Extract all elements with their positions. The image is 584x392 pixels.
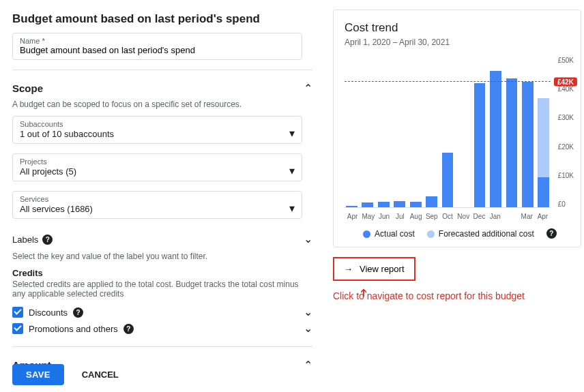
name-input[interactable] <box>20 45 295 55</box>
legend-dot-actual <box>363 230 370 238</box>
cost-trend-card: Cost trend April 1, 2020 – April 30, 202… <box>333 10 581 247</box>
labels-expander[interactable]: Labels ? ⌄ <box>12 228 312 250</box>
credit-row-discounts[interactable]: Discounts ? ⌄ <box>12 304 312 320</box>
cost-trend-title: Cost trend <box>345 21 575 35</box>
subaccounts-value: 1 out of 10 subaccounts <box>20 129 114 139</box>
scope-header[interactable]: Scope ⌃ <box>12 78 312 98</box>
chevron-down-icon: ⌄ <box>304 323 312 334</box>
threshold-badge: £42K <box>554 77 577 86</box>
chart-legend: Actual cost Forecasted additional cost ? <box>345 228 575 239</box>
projects-value: All projects (5) <box>20 166 76 177</box>
checkbox-checked-icon[interactable] <box>12 323 23 334</box>
view-report-label: View report <box>360 264 405 274</box>
bar-slot <box>377 202 390 207</box>
x-axis-labels: AprMayJunJulAugSepOctNovDecJanMarApr <box>345 213 551 220</box>
annotation-callout: ➔ Click to navigate to cost report for t… <box>333 290 581 301</box>
help-icon[interactable]: ? <box>123 324 134 334</box>
bar-slot <box>409 202 422 207</box>
credit-label: Promotions and others <box>29 324 118 334</box>
bar-slot <box>488 71 502 207</box>
bar-slot <box>521 82 534 207</box>
bar-slot <box>424 196 438 207</box>
legend-actual: Actual cost <box>375 229 415 239</box>
legend-forecast: Forecasted additional cost <box>439 229 534 239</box>
cost-trend-chart: £50K£40K£30K£20K£10K£0 £42K AprMayJunJul… <box>345 57 551 220</box>
chevron-up-icon: ⌃ <box>304 83 312 94</box>
projects-label: Projects <box>20 157 295 166</box>
help-icon[interactable]: ? <box>73 307 83 318</box>
checkbox-checked-icon[interactable] <box>12 307 23 318</box>
scope-help: A budget can be scoped to focus on a spe… <box>12 100 314 109</box>
bar-slot <box>441 153 454 207</box>
name-label: Name * <box>20 37 295 45</box>
projects-select[interactable]: Projects All projects (5) ▾ <box>12 153 302 181</box>
chevron-up-icon: ⌃ <box>304 360 312 371</box>
legend-dot-forecast <box>427 230 435 238</box>
arrow-right-icon: → <box>344 264 353 274</box>
chevron-down-icon: ⌄ <box>304 234 312 245</box>
cost-trend-subtitle: April 1, 2020 – April 30, 2021 <box>345 37 575 47</box>
bar-slot <box>473 83 486 207</box>
divider <box>12 70 312 70</box>
dropdown-icon: ▾ <box>289 166 295 177</box>
services-select[interactable]: Services All services (1686) ▾ <box>12 191 302 219</box>
credit-label: Discounts <box>29 307 68 318</box>
scope-title: Scope <box>12 82 43 94</box>
labels-title: Labels <box>12 235 38 245</box>
bar-slot <box>505 78 519 207</box>
page-title: Budget amount based on last period's spe… <box>12 12 314 26</box>
services-value: All services (1686) <box>20 204 93 214</box>
subaccounts-label: Subaccounts <box>20 120 295 128</box>
name-field[interactable]: Name * <box>12 33 302 60</box>
view-report-button[interactable]: → View report <box>333 257 415 281</box>
threshold-line: £42K <box>345 81 551 82</box>
bar-slot <box>345 206 358 207</box>
dropdown-icon: ▾ <box>289 128 295 139</box>
cancel-button[interactable]: CANCEL <box>78 369 123 380</box>
labels-help: Select the key and value of the label yo… <box>12 252 314 261</box>
services-label: Services <box>20 195 295 203</box>
credits-help: Selected credits are applied to the tota… <box>12 280 312 299</box>
arrow-up-icon: ➔ <box>357 288 370 297</box>
subaccounts-select[interactable]: Subaccounts 1 out of 10 subaccounts ▾ <box>12 116 302 144</box>
bar-slot <box>392 201 406 207</box>
dropdown-icon: ▾ <box>289 203 295 214</box>
chevron-down-icon: ⌄ <box>304 307 312 318</box>
help-icon[interactable]: ? <box>546 228 557 239</box>
save-button[interactable]: SAVE <box>12 364 64 385</box>
bar-slot <box>360 202 374 207</box>
credits-title: Credits <box>12 268 312 278</box>
help-icon[interactable]: ? <box>42 235 53 245</box>
divider <box>12 346 312 347</box>
credit-row-promotions[interactable]: Promotions and others ? ⌄ <box>12 320 312 337</box>
